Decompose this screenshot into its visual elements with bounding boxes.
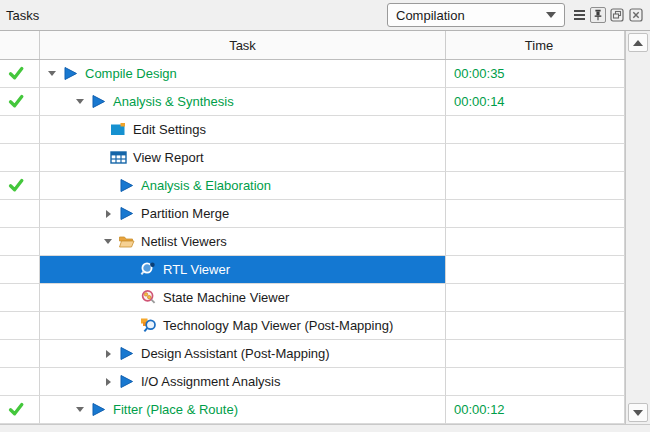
table-row[interactable]: Netlist Viewers <box>0 228 650 256</box>
status-cell <box>0 144 40 172</box>
status-column-header <box>0 31 40 59</box>
edit-settings-icon <box>110 121 127 138</box>
arrow-up-icon <box>633 40 643 46</box>
status-cell <box>0 256 40 284</box>
vertical-scrollbar[interactable] <box>625 31 650 424</box>
status-cell <box>0 172 40 200</box>
task-label: Analysis & Elaboration <box>141 178 271 193</box>
task-label: Design Assistant (Post-Mapping) <box>141 346 330 361</box>
time-cell <box>446 368 625 396</box>
time-column-header: Time <box>446 31 625 59</box>
table-row[interactable]: Technology Map Viewer (Post-Mapping) <box>0 312 650 340</box>
time-cell: 00:00:35 <box>446 60 625 88</box>
pin-button[interactable] <box>590 7 606 23</box>
task-label: Compile Design <box>85 66 177 81</box>
status-cell <box>0 312 40 340</box>
task-column-header: Task <box>40 31 446 59</box>
table-row[interactable]: State Machine Viewer <box>0 284 650 312</box>
table-row[interactable]: View Report <box>0 144 650 172</box>
play-icon <box>90 93 107 110</box>
technology-map-viewer-icon <box>140 317 157 334</box>
table-row[interactable]: Partition Merge <box>0 200 650 228</box>
view-report-icon <box>110 149 127 166</box>
status-cell <box>0 340 40 368</box>
time-cell: 00:00:14 <box>446 88 625 116</box>
chevron-down-icon <box>546 12 556 18</box>
pin-icon <box>591 7 605 23</box>
expander-collapse-icon[interactable] <box>70 99 90 104</box>
play-icon <box>62 65 79 82</box>
status-cell <box>0 60 40 88</box>
time-cell <box>446 144 625 172</box>
expander-collapse-icon[interactable] <box>70 407 90 412</box>
table-row[interactable]: Fitter (Place & Route) 00:00:12 <box>0 396 650 424</box>
play-icon <box>118 177 135 194</box>
check-icon <box>8 401 25 418</box>
expander-expand-icon[interactable] <box>98 378 118 386</box>
check-icon <box>8 65 25 82</box>
task-label: Edit Settings <box>133 122 206 137</box>
flow-selector-dropdown[interactable]: Compilation <box>387 3 565 27</box>
time-cell <box>446 116 625 144</box>
table-row[interactable]: Design Assistant (Post-Mapping) <box>0 340 650 368</box>
rtl-viewer-icon <box>140 261 157 278</box>
panel-title: Tasks <box>6 8 39 23</box>
status-cell <box>0 368 40 396</box>
arrow-down-icon <box>633 410 643 416</box>
panel-titlebar[interactable]: Tasks Compilation <box>0 0 650 31</box>
expander-expand-icon[interactable] <box>98 350 118 358</box>
table-row-selected[interactable]: RTL Viewer <box>0 256 650 284</box>
play-icon <box>118 205 135 222</box>
time-cell <box>446 284 625 312</box>
play-icon <box>90 401 107 418</box>
table-row[interactable]: Compile Design 00:00:35 <box>0 60 650 88</box>
task-label: State Machine Viewer <box>163 290 289 305</box>
close-button[interactable] <box>628 7 644 23</box>
table-header-row: Task Time <box>0 31 650 60</box>
task-label: Analysis & Synthesis <box>113 94 234 109</box>
state-machine-viewer-icon <box>140 289 157 306</box>
expander-expand-icon[interactable] <box>98 210 118 218</box>
time-cell <box>446 200 625 228</box>
status-cell <box>0 200 40 228</box>
status-cell <box>0 284 40 312</box>
expander-collapse-icon[interactable] <box>98 239 118 244</box>
task-label: Technology Map Viewer (Post-Mapping) <box>163 318 393 333</box>
check-icon <box>8 93 25 110</box>
table-row[interactable]: Edit Settings <box>0 116 650 144</box>
play-icon <box>118 345 135 362</box>
scroll-up-button[interactable] <box>628 33 648 52</box>
table-row[interactable]: Analysis & Synthesis 00:00:14 <box>0 88 650 116</box>
time-cell <box>446 312 625 340</box>
task-label: View Report <box>133 150 204 165</box>
status-cell <box>0 88 40 116</box>
task-label: I/O Assignment Analysis <box>141 374 280 389</box>
time-cell <box>446 172 625 200</box>
status-cell <box>0 116 40 144</box>
hamburger-menu-icon[interactable] <box>572 8 587 22</box>
play-icon <box>118 373 135 390</box>
folder-icon <box>118 233 135 250</box>
float-window-button[interactable] <box>609 7 625 23</box>
check-icon <box>8 177 25 194</box>
status-cell <box>0 228 40 256</box>
task-label: Fitter (Place & Route) <box>113 402 238 417</box>
time-cell: 00:00:12 <box>446 396 625 424</box>
scroll-down-button[interactable] <box>628 403 648 422</box>
float-window-icon <box>610 8 624 22</box>
flow-selector-value: Compilation <box>396 8 546 23</box>
close-icon <box>629 8 643 22</box>
tasks-panel: Tasks Compilation Task Time <box>0 0 650 432</box>
table-row[interactable]: I/O Assignment Analysis <box>0 368 650 396</box>
expander-collapse-icon[interactable] <box>42 71 62 76</box>
task-label: Partition Merge <box>141 206 229 221</box>
task-label: Netlist Viewers <box>141 234 227 249</box>
panel-bottom-strip <box>0 424 650 432</box>
task-label: RTL Viewer <box>163 262 230 277</box>
time-cell <box>446 256 625 284</box>
table-row[interactable]: Analysis & Elaboration <box>0 172 650 200</box>
time-cell <box>446 340 625 368</box>
status-cell <box>0 396 40 424</box>
time-cell <box>446 228 625 256</box>
tasks-table: Task Time Compile Design 00:00:35 Ana <box>0 31 650 424</box>
